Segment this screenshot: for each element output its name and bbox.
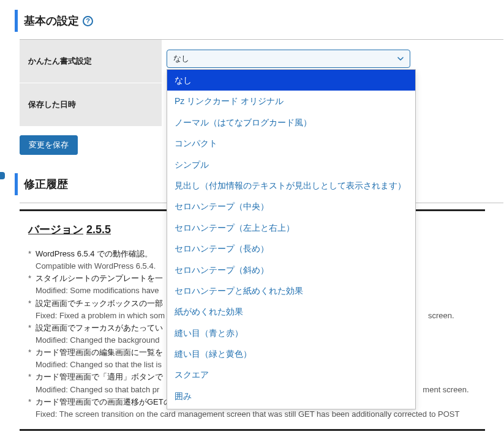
dropdown-option[interactable]: 反射 [167, 406, 415, 409]
dropdown-option[interactable]: セロハンテープ（左上と右上） [167, 217, 415, 238]
select-current-value: なし [173, 53, 189, 64]
section-title: 修正履歴 [24, 177, 68, 192]
dropdown-option[interactable]: ノーマル（はてなブログカード風） [167, 112, 415, 133]
dropdown-option[interactable]: 見出し（付加情報のテキストが見出しとして表示されます） [167, 175, 415, 196]
dropdown-option[interactable]: セロハンテープと紙めくれた効果 [167, 280, 415, 301]
dropdown-option[interactable]: Pz リンクカード オリジナル [167, 91, 415, 111]
section-title: 基本の設定 [24, 13, 79, 28]
settings-table: かんたん書式設定 なし なしPz リンクカード オリジナルノーマル（はてなブログ… [20, 40, 504, 127]
dropdown-option[interactable]: なし [167, 70, 415, 91]
dropdown-option[interactable]: セロハンテープ（長め） [167, 238, 415, 259]
dropdown-option[interactable]: 紙がめくれた効果 [167, 301, 415, 322]
dropdown-option[interactable]: スクエア [167, 364, 415, 385]
row-easy-format: かんたん書式設定 なし なしPz リンクカード オリジナルノーマル（はてなブログ… [20, 40, 504, 83]
row-label: 保存した日時 [20, 83, 162, 126]
easy-format-dropdown[interactable]: なしPz リンクカード オリジナルノーマル（はてなブログカード風）コンパクトシン… [167, 69, 416, 409]
section-heading-basic: 基本の設定 ? [15, 10, 499, 32]
dropdown-option[interactable]: 縫い目（緑と黄色） [167, 343, 415, 364]
save-button[interactable]: 変更を保存 [20, 135, 78, 155]
dropdown-option[interactable]: シンプル [167, 154, 415, 175]
dropdown-option[interactable]: 縫い目（青と赤） [167, 323, 415, 343]
version-number: 2.5.5 [86, 223, 111, 236]
row-label: かんたん書式設定 [20, 40, 162, 83]
easy-format-select[interactable]: なし [167, 50, 410, 68]
dropdown-option[interactable]: セロハンテープ（斜め） [167, 260, 415, 280]
row-field: なし なしPz リンクカード オリジナルノーマル（はてなブログカード風）コンパク… [162, 40, 504, 83]
chevron-down-icon [396, 54, 405, 63]
dropdown-option[interactable]: コンパクト [167, 133, 415, 154]
changelog-item-sub: Fixed: The screen transition on the card… [28, 408, 476, 420]
version-prefix: バージョン [28, 223, 83, 236]
dropdown-option[interactable]: セロハンテープ（中央） [167, 196, 415, 217]
active-tab-indicator [0, 172, 5, 179]
help-icon[interactable]: ? [83, 16, 93, 26]
dropdown-option[interactable]: 囲み [167, 386, 415, 406]
